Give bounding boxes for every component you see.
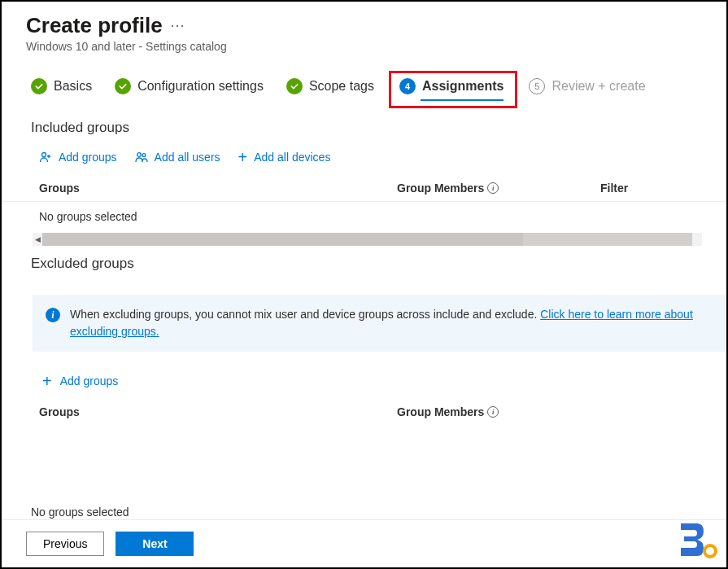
next-button[interactable]: Next xyxy=(116,532,194,556)
page-title: Create profile xyxy=(26,13,163,38)
included-actions: Add groups Add all users + Add all devic… xyxy=(2,142,726,177)
excluded-table-header: Groups Group Members i xyxy=(2,400,726,425)
plus-icon: + xyxy=(42,373,52,389)
check-icon xyxy=(286,78,303,94)
step-label: Scope tags xyxy=(309,79,374,94)
action-label: Add groups xyxy=(60,374,119,387)
step-review-create: 5 Review + create xyxy=(529,78,645,99)
plus-icon: + xyxy=(238,149,248,165)
step-number-icon: 4 xyxy=(399,78,416,94)
scrollbar-track[interactable] xyxy=(42,233,692,246)
horizontal-scrollbar[interactable]: ◀ ▶ xyxy=(33,233,702,246)
column-groups: Groups xyxy=(39,182,397,195)
people-icon xyxy=(135,151,148,164)
watermark-logo xyxy=(676,520,720,562)
page-subtitle: Windows 10 and later - Settings catalog xyxy=(26,40,702,53)
add-all-users-button[interactable]: Add all users xyxy=(135,149,220,165)
svg-point-0 xyxy=(42,153,46,157)
svg-point-3 xyxy=(704,545,716,557)
excluded-empty-row: No groups selected xyxy=(31,499,702,519)
footer: Previous Next xyxy=(2,519,726,567)
info-icon[interactable]: i xyxy=(487,406,499,418)
step-number-icon: 5 xyxy=(529,78,545,94)
info-icon: i xyxy=(46,308,60,322)
column-groups: Groups xyxy=(39,405,397,418)
more-menu[interactable]: ··· xyxy=(171,17,185,34)
action-label: Add groups xyxy=(59,151,117,164)
notice-text: When excluding groups, you cannot mix us… xyxy=(70,308,540,321)
svg-point-1 xyxy=(137,153,141,157)
exclude-notice: i When excluding groups, you cannot mix … xyxy=(33,295,726,352)
action-label: Add all users xyxy=(155,151,220,164)
step-scope-tags[interactable]: Scope tags xyxy=(286,78,374,99)
add-groups-excluded-button[interactable]: + Add groups xyxy=(2,368,726,400)
step-label: Review + create xyxy=(551,79,645,94)
check-icon xyxy=(115,78,131,94)
step-basics[interactable]: Basics xyxy=(31,78,92,99)
included-table-header: Groups Group Members i Filter xyxy=(2,177,726,202)
action-label: Add all devices xyxy=(254,151,330,164)
column-filter: Filter xyxy=(600,182,702,195)
column-group-members: Group Members i xyxy=(397,405,600,418)
scroll-left-icon[interactable]: ◀ xyxy=(33,235,42,243)
included-groups-heading: Included groups xyxy=(2,110,726,142)
step-label: Basics xyxy=(54,79,92,94)
add-groups-button[interactable]: Add groups xyxy=(39,149,117,165)
step-assignments[interactable]: 4 Assignments xyxy=(399,78,503,99)
column-group-members: Group Members i xyxy=(397,182,600,195)
step-label: Configuration settings xyxy=(137,79,264,94)
check-icon xyxy=(31,78,47,94)
highlight-box: 4 Assignments xyxy=(389,71,517,108)
person-add-icon xyxy=(39,151,52,164)
svg-point-2 xyxy=(142,154,146,157)
step-configuration-settings[interactable]: Configuration settings xyxy=(115,78,264,99)
info-icon[interactable]: i xyxy=(487,182,499,194)
included-empty-row: No groups selected xyxy=(2,202,726,233)
excluded-groups-heading: Excluded groups xyxy=(2,246,726,278)
wizard-steps: Basics Configuration settings Scope tags… xyxy=(2,53,726,110)
step-label: Assignments xyxy=(422,79,503,94)
add-all-devices-button[interactable]: + Add all devices xyxy=(238,149,331,165)
previous-button[interactable]: Previous xyxy=(26,532,104,556)
